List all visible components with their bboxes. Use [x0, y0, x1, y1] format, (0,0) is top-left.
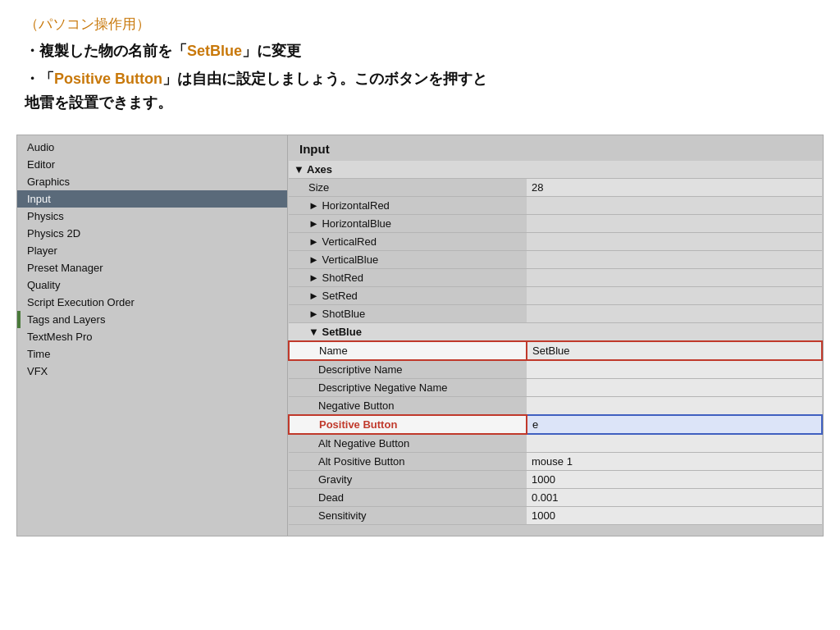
field-descriptive-name-value[interactable]: [527, 360, 822, 379]
field-descriptive-name-row[interactable]: Descriptive Name: [289, 360, 822, 379]
field-name-row[interactable]: Name SetBlue: [289, 341, 822, 360]
sidebar-item-label: Player: [27, 244, 57, 257]
top-instructions: （パソコン操作用） ・複製した物の名前を「SetBlue」に変更 ・「Posit…: [0, 0, 840, 123]
axes-item-horizontalblue[interactable]: ► HorizontalBlue: [289, 214, 822, 232]
paren-line: （パソコン操作用）: [25, 15, 815, 34]
field-alt-neg-button-label: Alt Negative Button: [289, 434, 527, 453]
field-alt-pos-button-value[interactable]: mouse 1: [527, 452, 822, 470]
field-descriptive-name-label: Descriptive Name: [289, 360, 527, 379]
field-negative-button-row[interactable]: Negative Button: [289, 396, 822, 415]
field-dead-value[interactable]: 0.001: [527, 488, 822, 506]
size-value: 28: [527, 178, 822, 196]
axes-item-shotred[interactable]: ► ShotRed: [289, 268, 822, 286]
size-label: Size: [289, 178, 527, 196]
bullet-line-2: ・「Positive Button」は自由に設定しましょう。このボタンを押すと …: [25, 67, 815, 115]
field-positive-button-row[interactable]: Positive Button e: [289, 415, 822, 434]
axes-section-row: ▼ Axes: [289, 161, 822, 179]
axes-item-label: ► SetRed: [289, 286, 527, 304]
sidebar-item-label: Audio: [27, 141, 54, 153]
sidebar: AudioEditorGraphicsInputPhysicsPhysics 2…: [17, 135, 288, 536]
field-dead-row[interactable]: Dead 0.001: [289, 488, 822, 506]
content-area: Input ▼ Axes Size 28 ► HorizontalRed: [288, 135, 823, 536]
sidebar-item-textmesh-pro[interactable]: TextMesh Pro: [17, 328, 287, 345]
bullet-line-1: ・複製した物の名前を「SetBlue」に変更: [25, 40, 815, 62]
field-alt-pos-button-row[interactable]: Alt Positive Button mouse 1: [289, 452, 822, 470]
axes-item-label: ► VerticalBlue: [289, 250, 527, 268]
sidebar-item-label: VFX: [27, 365, 48, 377]
sidebar-item-label: Input: [27, 193, 51, 205]
axes-item-horizontalred[interactable]: ► HorizontalRed: [289, 196, 822, 214]
field-negative-button-label: Negative Button: [289, 396, 527, 415]
field-descriptive-neg-name-value[interactable]: [527, 378, 822, 396]
axes-item-label: ► ShotBlue: [289, 304, 527, 322]
input-table: ▼ Axes Size 28 ► HorizontalRed ► Horizon…: [288, 161, 823, 525]
bullet1-post: 」に変更: [242, 43, 301, 59]
sidebar-items-container: AudioEditorGraphicsInputPhysicsPhysics 2…: [17, 139, 287, 380]
sidebar-item-quality[interactable]: Quality: [17, 276, 287, 294]
field-sensitivity-row[interactable]: Sensitivity 1000: [289, 506, 822, 524]
field-name-value[interactable]: SetBlue: [527, 341, 822, 360]
sidebar-item-physics-2d[interactable]: Physics 2D: [17, 225, 287, 242]
sidebar-item-vfx[interactable]: VFX: [17, 363, 287, 380]
sidebar-item-label: Time: [27, 348, 50, 360]
sidebar-item-script-execution-order[interactable]: Script Execution Order: [17, 294, 287, 311]
sidebar-item-tags-and-layers[interactable]: Tags and Layers: [17, 311, 287, 328]
field-positive-button-label: Positive Button: [289, 415, 527, 434]
field-dead-label: Dead: [289, 488, 527, 506]
axes-item-shotblue[interactable]: ► ShotBlue: [289, 304, 822, 322]
axes-item-label: ► VerticalRed: [289, 232, 527, 250]
axes-item-verticalblue[interactable]: ► VerticalBlue: [289, 250, 822, 268]
setblue-section-label: ▼ SetBlue: [289, 322, 822, 341]
bullet1-highlight: SetBlue: [187, 43, 242, 59]
field-sensitivity-label: Sensitivity: [289, 506, 527, 524]
field-sensitivity-value[interactable]: 1000: [527, 506, 822, 524]
sidebar-item-audio[interactable]: Audio: [17, 139, 287, 156]
axes-item-verticalred[interactable]: ► VerticalRed: [289, 232, 822, 250]
field-negative-button-value[interactable]: [527, 396, 822, 415]
axes-item-label: ► ShotRed: [289, 268, 527, 286]
sidebar-item-physics[interactable]: Physics: [17, 208, 287, 225]
sidebar-item-label: Editor: [27, 158, 55, 171]
axes-item-label: ► HorizontalBlue: [289, 214, 527, 232]
axes-item-label: ► HorizontalRed: [289, 196, 527, 214]
sidebar-item-label: Script Execution Order: [27, 296, 135, 308]
field-alt-pos-button-label: Alt Positive Button: [289, 452, 527, 470]
sidebar-item-editor[interactable]: Editor: [17, 156, 287, 173]
sidebar-item-label: TextMesh Pro: [27, 331, 92, 343]
sidebar-item-preset-manager[interactable]: Preset Manager: [17, 259, 287, 276]
sidebar-item-input[interactable]: Input: [17, 190, 287, 208]
bullet2-highlight: Positive Button: [54, 71, 162, 87]
field-gravity-row[interactable]: Gravity 1000: [289, 470, 822, 488]
setblue-section-row: ▼ SetBlue: [289, 322, 822, 341]
bullet1-pre: ・複製した物の名前を「: [25, 43, 187, 59]
sidebar-item-label: Physics 2D: [27, 227, 80, 240]
field-positive-button-value[interactable]: e: [527, 415, 822, 434]
bullet2-post: 」は自由に設定しましょう。このボタンを押すと: [162, 71, 487, 87]
main-panel: AudioEditorGraphicsInputPhysicsPhysics 2…: [16, 135, 824, 536]
field-descriptive-neg-name-row[interactable]: Descriptive Negative Name: [289, 378, 822, 396]
sidebar-item-label: Physics: [27, 210, 64, 222]
sidebar-item-label: Preset Manager: [27, 262, 103, 274]
field-alt-neg-button-row[interactable]: Alt Negative Button: [289, 434, 822, 453]
sidebar-item-player[interactable]: Player: [17, 242, 287, 259]
field-gravity-label: Gravity: [289, 470, 527, 488]
sidebar-item-graphics[interactable]: Graphics: [17, 173, 287, 190]
content-header: Input: [288, 135, 823, 161]
field-name-label: Name: [289, 341, 527, 360]
sidebar-item-label: Tags and Layers: [27, 313, 105, 326]
sidebar-item-label: Graphics: [27, 176, 70, 188]
field-alt-neg-button-value[interactable]: [527, 434, 822, 453]
axes-item-setred[interactable]: ► SetRed: [289, 286, 822, 304]
axes-section-label: ▼ Axes: [289, 161, 822, 179]
field-descriptive-neg-name-label: Descriptive Negative Name: [289, 378, 527, 396]
bullet2-line2: 地雷を設置できます。: [25, 94, 172, 111]
field-gravity-value[interactable]: 1000: [527, 470, 822, 488]
size-row: Size 28: [289, 178, 822, 196]
sidebar-item-label: Quality: [27, 279, 60, 291]
sidebar-item-time[interactable]: Time: [17, 345, 287, 363]
bullet2-pre: ・「: [25, 71, 54, 87]
